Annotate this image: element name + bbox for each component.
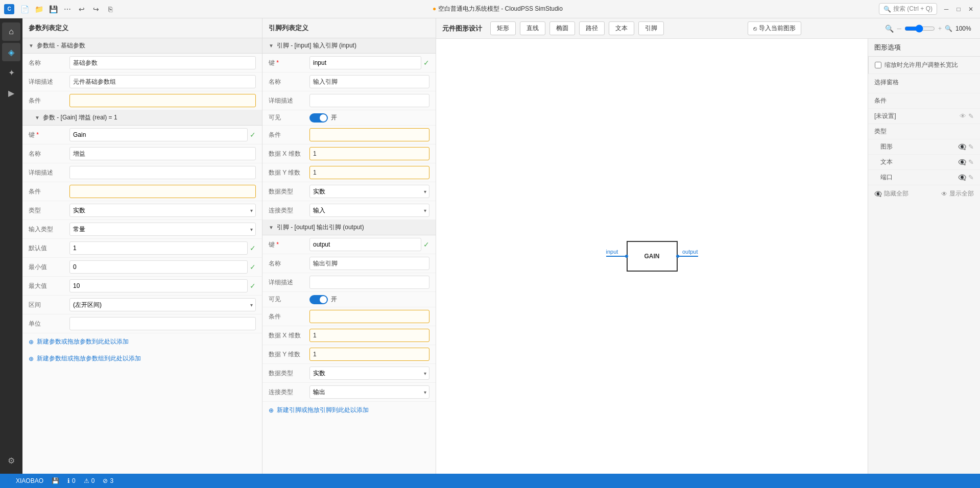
text-hide-icon[interactable]: 👁‍🗨 [958, 158, 966, 166]
param-name-input[interactable] [69, 56, 256, 69]
out-data-type-select[interactable]: 实数 整数 [309, 367, 429, 380]
param-group-header[interactable]: ▼ 参数组 - 基础参数 [22, 38, 262, 54]
default-row: 默认值 ✓ [22, 239, 262, 258]
port-hide-icon[interactable]: 👁‍🗨 [958, 174, 966, 181]
gain-box[interactable]: GAIN [627, 241, 678, 272]
design-main: input GAIN output 图形选项 [436, 39, 980, 474]
sidebar-run-icon[interactable]: ▶ [2, 84, 20, 102]
desc-input[interactable] [69, 166, 256, 179]
param-desc-row: 详细描述 [22, 72, 262, 91]
user-icon: 👤 [6, 477, 14, 484]
shape-options-title: 图形选项 [868, 39, 980, 57]
allow-resize-checkbox[interactable] [875, 62, 881, 68]
canvas-area[interactable]: input GAIN output [436, 39, 868, 474]
shape-row: 图形 👁‍🗨 ✎ [868, 139, 980, 155]
type-right-label: 类型 [874, 127, 974, 136]
new-file-icon[interactable]: 📄 [18, 3, 31, 15]
path-btn[interactable]: 路径 [579, 21, 605, 35]
pin-name-input[interactable] [309, 75, 429, 88]
unsaved-dot: ● [433, 5, 436, 12]
pin-condition-input[interactable] [309, 128, 429, 141]
app-logo: C [4, 4, 14, 14]
show-all-btn[interactable]: 👁 显示全部 [941, 189, 974, 198]
pin-desc-input[interactable] [309, 94, 429, 107]
add-group-icon: ⊕ [29, 355, 34, 362]
out-data-y-input[interactable] [309, 348, 429, 361]
input-pin-group-header[interactable]: ▼ 引脚 - [input] 输入引脚 (input) [262, 38, 436, 54]
key-input[interactable] [69, 128, 248, 141]
min-input[interactable] [69, 260, 248, 274]
type-select[interactable]: 实数 整数 字符串 [69, 204, 256, 217]
condition-hide-icon[interactable]: 👁 [960, 112, 966, 120]
pin-data-x-label: 数据 X 维数 [269, 150, 309, 158]
open-icon[interactable]: 📁 [33, 3, 45, 15]
text-btn[interactable]: 文本 [609, 21, 634, 35]
condition-row: 条件 [22, 182, 262, 201]
sidebar-home-icon[interactable]: ⌂ [2, 22, 20, 41]
condition-edit-icon[interactable]: ✎ [968, 112, 974, 120]
pin-visible-toggle[interactable] [309, 113, 328, 123]
minimize-btn[interactable]: ─ [941, 4, 951, 14]
shape-edit-icon[interactable]: ✎ [968, 143, 974, 151]
param-name-value[interactable] [69, 56, 256, 69]
search-box[interactable]: 🔍 搜索 (Ctrl + Q) [879, 3, 937, 15]
add-group-link[interactable]: ⊕ 新建参数组或拖放参数组到此处以添加 [22, 350, 262, 367]
line-btn[interactable]: 直线 [520, 21, 545, 35]
sidebar-component-icon[interactable]: ◈ [2, 43, 20, 61]
pin-connect-type-select[interactable]: 输入 输出 [309, 204, 429, 217]
zoom-in-icon[interactable]: 🔍 [945, 25, 952, 32]
max-input[interactable] [69, 279, 248, 292]
out-name-input[interactable] [309, 257, 429, 270]
sidebar-settings-icon[interactable]: ⚙ [2, 451, 20, 470]
text-label: 文本 [874, 158, 955, 166]
out-desc-input[interactable] [309, 276, 429, 289]
undo-icon[interactable]: ↩ [76, 3, 88, 15]
error-count: 3 [110, 477, 113, 484]
condition-input[interactable] [69, 185, 256, 198]
input-type-select[interactable]: 常量 变量 [69, 223, 256, 236]
pin-data-x-input[interactable] [309, 147, 429, 160]
out-condition-input[interactable] [309, 310, 429, 323]
maximize-btn[interactable]: □ [953, 4, 964, 14]
param-condition-input[interactable] [69, 94, 256, 107]
panels-container: 参数列表定义 ▼ 参数组 - 基础参数 名称 详细描述 条件 [22, 18, 980, 474]
shape-hide-icon[interactable]: 👁‍🗨 [958, 143, 966, 151]
name-input[interactable] [69, 147, 256, 160]
ellipse-btn[interactable]: 椭圆 [549, 21, 575, 35]
hide-all-btn[interactable]: 👁‍🗨 隐藏全部 [874, 189, 909, 198]
out-visible-toggle[interactable] [309, 295, 328, 304]
unit-input[interactable] [69, 317, 256, 330]
pin-btn[interactable]: 引脚 [638, 21, 664, 35]
redo-icon[interactable]: ↪ [90, 3, 102, 15]
output-pin-group-header[interactable]: ▼ 引脚 - [output] 输出引脚 (output) [262, 220, 436, 235]
param-desc-label: 详细描述 [29, 78, 69, 86]
pin-data-type-select[interactable]: 实数 整数 [309, 185, 429, 198]
import-btn[interactable]: ⎋ 导入当前图形 [748, 21, 801, 35]
export-icon[interactable]: ⎘ [104, 3, 116, 15]
out-name-label: 名称 [269, 259, 309, 268]
add-param-link[interactable]: ⊕ 新建参数或拖放参数到此处以添加 [22, 333, 262, 350]
add-pin-link[interactable]: ⊕ 新建引脚或拖放引脚到此处以添加 [262, 402, 436, 419]
text-edit-icon[interactable]: ✎ [968, 158, 974, 166]
out-connect-type-select[interactable]: 输出 输入 [309, 385, 429, 399]
out-data-x-input[interactable] [309, 329, 429, 342]
save-icon[interactable]: 💾 [47, 3, 59, 15]
zoom-out-icon[interactable]: 🔍 [885, 25, 894, 33]
interval-select[interactable]: (左开区间) [闭区间] [69, 298, 256, 311]
more-icon[interactable]: ⋯ [61, 3, 74, 15]
param-desc-input[interactable] [69, 75, 256, 88]
zoom-slider[interactable] [904, 25, 935, 33]
rect-btn[interactable]: 矩形 [490, 21, 516, 35]
port-edit-icon[interactable]: ✎ [968, 174, 974, 181]
interval-label: 区间 [29, 301, 69, 309]
pin-data-x-row: 数据 X 维数 [262, 144, 436, 163]
out-key-input[interactable] [309, 238, 421, 251]
default-input[interactable] [69, 241, 248, 255]
pin-name-row: 名称 [262, 72, 436, 91]
sub-param-group-header[interactable]: ▼ 参数 - [Gain] 增益 (real) = 1 [22, 110, 262, 126]
design-panel-title: 元件图形设计 [442, 24, 482, 33]
pin-key-input[interactable] [309, 56, 421, 69]
pin-data-y-input[interactable] [309, 166, 429, 179]
close-btn[interactable]: ✕ [966, 4, 976, 14]
sidebar-tools-icon[interactable]: ✦ [2, 63, 20, 82]
